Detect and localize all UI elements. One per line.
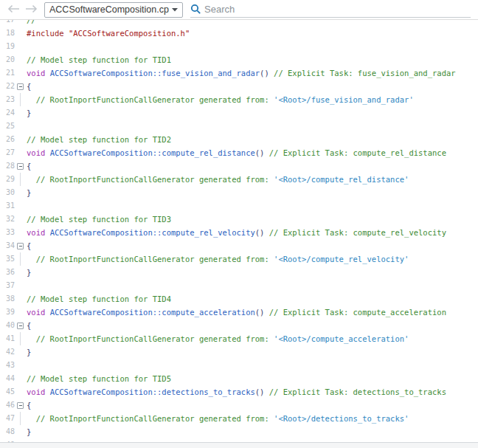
chevron-down-icon [172,7,178,12]
model-element-link[interactable]: '<Root>/compute_acceleration' [274,334,409,343]
token-comment: // RootInportFunctionCallGenerator gener… [36,95,274,104]
code-line-text: { [27,399,478,412]
model-element-link[interactable]: '<Root>/detections_to_tracks' [274,414,409,423]
code-line-text: { [27,239,478,252]
line-number: 23 [0,93,15,106]
fold-column [15,252,27,266]
fold-toggle-icon[interactable] [17,402,24,409]
token-comment: // RootInportFunctionCallGenerator gener… [36,334,274,343]
code-line-text: // RootInportFunctionCallGenerator gener… [27,173,478,186]
token-keyword: void [27,148,45,157]
token-string: "ACCSoftwareComposition.h" [69,29,190,38]
fold-toggle-icon[interactable] [17,323,24,329]
code-row: 22{ [0,80,478,93]
line-number: 28 [0,159,15,173]
file-dropdown[interactable]: ACCSoftwareComposition.cpp [44,2,183,18]
fold-column [15,239,27,252]
token-plain: () [255,148,269,157]
token-plain: { [27,401,31,410]
line-number: 45 [0,385,15,399]
token-plain: } [27,108,31,117]
code-line-text: void ACCSoftwareComposition::compute_rel… [27,146,478,159]
line-number: 31 [0,199,15,213]
line-number: 46 [0,399,15,412]
fold-column [15,279,27,292]
code-line-text: // RootInportFunctionCallGenerator gener… [27,93,478,106]
line-number: 34 [0,239,15,252]
line-number: 27 [0,146,15,159]
code-row: 19 [0,40,478,53]
line-number: 24 [0,106,15,120]
model-element-link[interactable]: '<Root>/fuse_vision_and_radar' [274,95,414,104]
code-row: 29 // RootInportFunctionCallGenerator ge… [0,173,478,186]
code-line-text: // Model step function for TID1 [27,53,478,66]
fold-column [15,186,27,199]
token-comment: // RootInportFunctionCallGenerator gener… [36,414,274,423]
code-row: 40{ [0,319,478,332]
code-line-text: // Model step function for TID5 [27,372,478,385]
code-row: 41 // RootInportFunctionCallGenerator ge… [0,332,478,345]
toolbar: ACCSoftwareComposition.cpp [0,0,478,20]
search-icon [190,4,201,15]
symbol-link[interactable]: ACCSoftwareComposition::fuse_vision_and_… [50,69,260,77]
left-arrow-icon [7,4,20,15]
fold-column [15,213,27,226]
model-element-link[interactable]: '<Root>/compute_rel_velocity' [274,255,409,263]
token-plain: () [255,387,269,396]
code-row: 20// Model step function for TID1 [0,53,478,66]
back-button[interactable] [4,1,22,18]
code-line-text: // Model step function for TID4 [27,292,478,306]
token-preprocessor: #include [27,29,64,38]
code-row: 25 [0,120,478,133]
fold-column [15,385,27,399]
code-line-text: void ACCSoftwareComposition::detections_… [27,385,478,399]
token-keyword: void [27,69,45,77]
token-comment: // Model step function for TID2 [27,135,171,144]
forward-button[interactable] [22,1,40,18]
fold-column [15,93,27,106]
line-number: 21 [0,66,15,80]
symbol-link[interactable]: ACCSoftwareComposition::detections_to_tr… [50,387,255,396]
token-plain [27,95,36,104]
search-input[interactable] [201,2,471,16]
fold-toggle-icon[interactable] [17,83,24,90]
code-row: 32// Model step function for TID3 [0,213,478,226]
code-line-text: void ACCSoftwareComposition::compute_rel… [27,226,478,239]
code-line-text: } [27,186,478,199]
line-number: 20 [0,53,15,66]
fold-column [15,332,27,345]
token-comment: // Explicit Task: compute_rel_distance [269,148,446,157]
line-number: 48 [0,425,15,438]
token-plain: () [255,228,269,237]
symbol-link[interactable]: ACCSoftwareComposition::compute_rel_dist… [50,148,255,157]
code-editor[interactable]: 17//18#include "ACCSoftwareComposition.h… [0,20,478,442]
code-line-text: // RootInportFunctionCallGenerator gener… [27,412,478,425]
line-number: 19 [0,40,15,53]
code-row: 45void ACCSoftwareComposition::detection… [0,385,478,399]
token-plain [27,175,36,184]
token-keyword: void [27,387,45,396]
line-number: 41 [0,332,15,345]
fold-column [15,226,27,239]
token-plain [27,255,36,263]
code-line-text: { [27,159,478,173]
token-plain: () [260,69,274,77]
code-row: 48} [0,425,478,438]
fold-toggle-icon[interactable] [17,163,24,170]
code-row: 31 [0,199,478,213]
symbol-link[interactable]: ACCSoftwareComposition::compute_rel_velo… [50,228,255,237]
code-line-text [27,279,478,292]
code-row: 30} [0,186,478,199]
token-plain: } [27,348,31,356]
fold-guide-line [20,93,21,106]
code-row: 46{ [0,399,478,412]
token-comment: // RootInportFunctionCallGenerator gener… [36,175,274,184]
right-arrow-icon [25,4,38,15]
fold-toggle-icon[interactable] [17,243,24,249]
line-number: 40 [0,319,15,332]
code-row: 33void ACCSoftwareComposition::compute_r… [0,226,478,239]
horizontal-scrollbar[interactable] [0,442,478,448]
model-element-link[interactable]: '<Root>/compute_rel_distance' [274,175,409,184]
fold-column [15,20,27,27]
symbol-link[interactable]: ACCSoftwareComposition::compute_accelera… [50,308,255,317]
